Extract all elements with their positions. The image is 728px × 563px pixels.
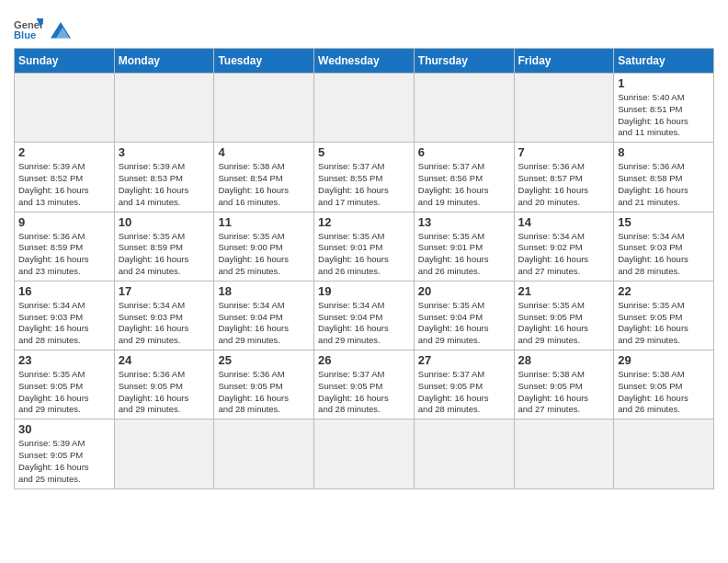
day-info: Sunrise: 5:37 AMSunset: 9:05 PMDaylight:… <box>418 369 510 416</box>
calendar-cell: 7Sunrise: 5:36 AMSunset: 8:57 PMDaylight… <box>514 143 614 212</box>
day-number: 29 <box>618 353 710 367</box>
calendar-cell: 6Sunrise: 5:37 AMSunset: 8:56 PMDaylight… <box>414 143 514 212</box>
weekday-header-friday: Friday <box>514 49 614 74</box>
weekday-header-monday: Monday <box>114 49 214 74</box>
calendar-cell-empty <box>314 419 415 488</box>
day-number: 6 <box>418 145 510 159</box>
day-number: 9 <box>18 215 110 229</box>
day-info: Sunrise: 5:34 AMSunset: 9:03 PMDaylight:… <box>618 231 710 278</box>
weekday-header-wednesday: Wednesday <box>314 49 415 74</box>
calendar-row: 1Sunrise: 5:40 AMSunset: 8:51 PMDaylight… <box>15 74 714 143</box>
calendar-cell: 28Sunrise: 5:38 AMSunset: 9:05 PMDayligh… <box>514 350 614 419</box>
header: General Blue <box>14 9 714 42</box>
calendar-cell <box>514 74 614 143</box>
calendar-cell: 8Sunrise: 5:36 AMSunset: 8:58 PMDaylight… <box>614 143 714 212</box>
calendar-cell: 11Sunrise: 5:35 AMSunset: 9:00 PMDayligh… <box>214 212 314 281</box>
calendar-cell: 18Sunrise: 5:34 AMSunset: 9:04 PMDayligh… <box>214 281 314 350</box>
day-info: Sunrise: 5:36 AMSunset: 9:05 PMDaylight:… <box>218 369 310 416</box>
day-number: 24 <box>119 353 210 367</box>
day-info: Sunrise: 5:36 AMSunset: 8:58 PMDaylight:… <box>618 161 710 208</box>
calendar-header-row: SundayMondayTuesdayWednesdayThursdayFrid… <box>15 49 714 74</box>
calendar-cell-empty <box>514 419 614 488</box>
day-number: 3 <box>119 145 210 159</box>
weekday-header-thursday: Thursday <box>414 49 514 74</box>
day-number: 27 <box>418 353 510 367</box>
day-info: Sunrise: 5:39 AMSunset: 8:53 PMDaylight:… <box>119 161 210 208</box>
day-number: 4 <box>218 145 310 159</box>
day-number: 10 <box>119 215 210 229</box>
day-info: Sunrise: 5:35 AMSunset: 9:01 PMDaylight:… <box>318 231 410 278</box>
day-number: 1 <box>618 76 710 90</box>
day-info: Sunrise: 5:38 AMSunset: 9:05 PMDaylight:… <box>618 369 710 416</box>
calendar-row: 2Sunrise: 5:39 AMSunset: 8:52 PMDaylight… <box>15 143 714 212</box>
day-info: Sunrise: 5:36 AMSunset: 9:05 PMDaylight:… <box>119 369 210 416</box>
weekday-header-sunday: Sunday <box>15 49 115 74</box>
day-info: Sunrise: 5:39 AMSunset: 8:52 PMDaylight:… <box>18 161 110 208</box>
day-number: 2 <box>18 145 110 159</box>
calendar-cell-empty <box>414 419 514 488</box>
calendar-table: SundayMondayTuesdayWednesdayThursdayFrid… <box>14 48 714 489</box>
day-info: Sunrise: 5:35 AMSunset: 9:05 PMDaylight:… <box>518 300 610 347</box>
svg-text:Blue: Blue <box>14 29 36 40</box>
day-number: 22 <box>618 284 710 298</box>
day-info: Sunrise: 5:36 AMSunset: 8:59 PMDaylight:… <box>18 231 110 278</box>
calendar-cell-empty <box>614 419 714 488</box>
calendar-cell <box>214 74 314 143</box>
calendar-cell: 30Sunrise: 5:39 AMSunset: 9:05 PMDayligh… <box>15 419 115 488</box>
calendar-cell-empty <box>114 419 214 488</box>
day-number: 20 <box>418 284 510 298</box>
day-info: Sunrise: 5:37 AMSunset: 8:55 PMDaylight:… <box>318 161 410 208</box>
calendar-cell: 1Sunrise: 5:40 AMSunset: 8:51 PMDaylight… <box>614 74 714 143</box>
weekday-header-saturday: Saturday <box>614 49 714 74</box>
day-number: 11 <box>218 215 310 229</box>
calendar-cell <box>314 74 415 143</box>
day-number: 8 <box>618 145 710 159</box>
calendar-cell: 25Sunrise: 5:36 AMSunset: 9:05 PMDayligh… <box>214 350 314 419</box>
day-info: Sunrise: 5:35 AMSunset: 9:04 PMDaylight:… <box>418 300 510 347</box>
calendar-cell: 4Sunrise: 5:38 AMSunset: 8:54 PMDaylight… <box>214 143 314 212</box>
day-info: Sunrise: 5:34 AMSunset: 9:03 PMDaylight:… <box>18 300 110 347</box>
day-info: Sunrise: 5:40 AMSunset: 8:51 PMDaylight:… <box>618 92 710 139</box>
day-info: Sunrise: 5:34 AMSunset: 9:04 PMDaylight:… <box>218 300 310 347</box>
calendar-row: 16Sunrise: 5:34 AMSunset: 9:03 PMDayligh… <box>15 281 714 350</box>
calendar-row: 9Sunrise: 5:36 AMSunset: 8:59 PMDaylight… <box>15 212 714 281</box>
calendar-cell: 3Sunrise: 5:39 AMSunset: 8:53 PMDaylight… <box>114 143 214 212</box>
day-number: 19 <box>318 284 410 298</box>
day-number: 25 <box>218 353 310 367</box>
calendar-cell: 19Sunrise: 5:34 AMSunset: 9:04 PMDayligh… <box>314 281 415 350</box>
day-info: Sunrise: 5:34 AMSunset: 9:02 PMDaylight:… <box>518 231 610 278</box>
calendar-cell: 21Sunrise: 5:35 AMSunset: 9:05 PMDayligh… <box>514 281 614 350</box>
calendar-cell-empty <box>214 419 314 488</box>
day-number: 21 <box>518 284 610 298</box>
day-number: 16 <box>18 284 110 298</box>
day-info: Sunrise: 5:36 AMSunset: 8:57 PMDaylight:… <box>518 161 610 208</box>
weekday-header-tuesday: Tuesday <box>214 49 314 74</box>
logo-triangle-icon <box>51 19 71 40</box>
calendar-row: 30Sunrise: 5:39 AMSunset: 9:05 PMDayligh… <box>15 419 714 488</box>
calendar-cell: 9Sunrise: 5:36 AMSunset: 8:59 PMDaylight… <box>15 212 115 281</box>
day-info: Sunrise: 5:35 AMSunset: 9:05 PMDaylight:… <box>618 300 710 347</box>
calendar-cell <box>15 74 115 143</box>
day-info: Sunrise: 5:34 AMSunset: 9:03 PMDaylight:… <box>119 300 210 347</box>
day-info: Sunrise: 5:37 AMSunset: 8:56 PMDaylight:… <box>418 161 510 208</box>
calendar-cell: 17Sunrise: 5:34 AMSunset: 9:03 PMDayligh… <box>114 281 214 350</box>
calendar-cell: 20Sunrise: 5:35 AMSunset: 9:04 PMDayligh… <box>414 281 514 350</box>
calendar-cell: 23Sunrise: 5:35 AMSunset: 9:05 PMDayligh… <box>15 350 115 419</box>
day-number: 30 <box>18 422 110 436</box>
day-number: 18 <box>218 284 310 298</box>
day-number: 23 <box>18 353 110 367</box>
day-info: Sunrise: 5:34 AMSunset: 9:04 PMDaylight:… <box>318 300 410 347</box>
calendar-cell <box>114 74 214 143</box>
day-number: 5 <box>318 145 410 159</box>
logo-icon: General Blue <box>14 17 43 42</box>
day-info: Sunrise: 5:35 AMSunset: 9:05 PMDaylight:… <box>18 369 110 416</box>
day-number: 17 <box>119 284 210 298</box>
day-info: Sunrise: 5:37 AMSunset: 9:05 PMDaylight:… <box>318 369 410 416</box>
day-number: 15 <box>618 215 710 229</box>
day-info: Sunrise: 5:39 AMSunset: 9:05 PMDaylight:… <box>18 438 110 485</box>
calendar-cell: 12Sunrise: 5:35 AMSunset: 9:01 PMDayligh… <box>314 212 415 281</box>
day-number: 7 <box>518 145 610 159</box>
calendar-cell: 26Sunrise: 5:37 AMSunset: 9:05 PMDayligh… <box>314 350 415 419</box>
calendar-cell: 13Sunrise: 5:35 AMSunset: 9:01 PMDayligh… <box>414 212 514 281</box>
calendar-cell: 16Sunrise: 5:34 AMSunset: 9:03 PMDayligh… <box>15 281 115 350</box>
